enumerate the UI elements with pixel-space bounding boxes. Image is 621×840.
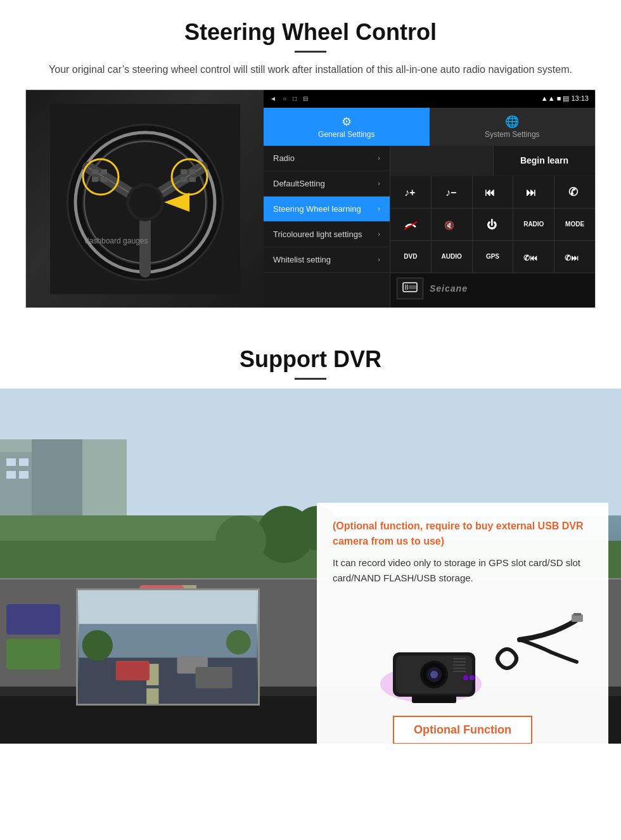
globe-icon: 🌐 (505, 115, 519, 129)
steering-demo: dashboard gauges ◄ ○ □ ⊟ ▲▲ ■ ▤ 13:13 (25, 89, 596, 308)
power-button[interactable]: ⏻ (473, 209, 513, 240)
svg-text:🔇: 🔇 (444, 220, 455, 231)
home-icon: ○ (283, 95, 286, 102)
gps-label: GPS (486, 253, 499, 260)
svg-rect-69 (116, 661, 150, 680)
menu-tricolour-label: Tricoloured light settings (273, 229, 362, 239)
svg-rect-21 (189, 177, 196, 182)
status-left: ◄ ○ □ ⊟ (270, 95, 308, 102)
svg-rect-19 (189, 169, 196, 174)
page-title: Steering Wheel Control (25, 19, 596, 46)
mute-button[interactable]: 🔇 (432, 209, 472, 240)
chevron-icon: › (378, 154, 380, 162)
time-display: ■ ▤ 13:13 (557, 94, 589, 102)
svg-rect-15 (101, 169, 107, 174)
dvr-info-card: (Optional function, require to buy exter… (317, 503, 608, 744)
mode-button[interactable]: MODE (554, 209, 595, 240)
svg-rect-90 (412, 695, 456, 703)
radio-button[interactable]: RADIO (513, 209, 554, 240)
dvr-background: (Optional function, require to buy exter… (0, 389, 621, 744)
android-content: Radio › DefaultSetting › Steering Wheel … (264, 146, 595, 307)
bottom-row: Seicane (390, 273, 595, 304)
chevron-icon: › (378, 255, 380, 263)
svg-rect-17 (101, 177, 107, 182)
tab-system[interactable]: 🌐 System Settings (430, 108, 596, 146)
radio-label: RADIO (523, 221, 544, 228)
svg-point-89 (470, 675, 475, 680)
steering-section: Steering Wheel Control Your original car… (0, 0, 621, 308)
btn-row-top: Begin learn (390, 146, 595, 176)
tab-system-label: System Settings (485, 130, 540, 139)
svg-text:✆⏮: ✆⏮ (523, 254, 537, 262)
audio-button[interactable]: AUDIO (432, 241, 472, 273)
dvr-optional-title: (Optional function, require to buy exter… (333, 519, 592, 549)
menu-whitelist-label: Whitelist setting (273, 255, 331, 264)
menu-default-label: DefaultSetting (273, 179, 325, 188)
dvr-footage-inset (76, 588, 260, 706)
svg-rect-76 (573, 613, 581, 616)
optional-function-button[interactable]: Optional Function (393, 716, 532, 744)
settings-icon: ⚙ (342, 115, 352, 129)
title-divider (295, 51, 326, 53)
svg-rect-71 (196, 667, 233, 688)
prev-button[interactable]: ⏮ (473, 176, 513, 208)
svg-point-88 (463, 675, 468, 680)
hang-up-button[interactable] (390, 209, 431, 240)
svg-text:⏮: ⏮ (485, 187, 495, 198)
svg-rect-43 (19, 458, 29, 466)
menu-item-steering[interactable]: Steering Wheel learning › (264, 197, 390, 222)
svg-rect-68 (146, 688, 158, 703)
vol-down-button[interactable]: ♪− (432, 176, 472, 208)
gps-button[interactable]: GPS (473, 241, 513, 273)
svg-point-82 (430, 671, 438, 678)
svg-point-73 (226, 630, 251, 654)
brand-text: Seicane (430, 283, 468, 294)
dvr-icon-btn[interactable] (397, 278, 423, 299)
audio-label: AUDIO (442, 253, 462, 260)
svg-rect-56 (6, 639, 60, 669)
tel-next-button[interactable]: ✆⏭ (554, 241, 595, 273)
steering-wheel-photo: dashboard gauges (26, 90, 264, 308)
tel-prev-button[interactable]: ✆⏮ (513, 241, 554, 273)
dvr-title-area: Support DVR (0, 327, 621, 380)
next-button[interactable]: ⏭ (513, 176, 554, 208)
svg-text:✆: ✆ (568, 186, 579, 198)
vol-up-button[interactable]: ♪+ (390, 176, 431, 208)
svg-point-58 (215, 515, 266, 566)
chevron-icon: › (378, 205, 380, 212)
svg-text:♪−: ♪− (445, 187, 456, 198)
chevron-icon: › (378, 179, 380, 187)
back-icon: ◄ (270, 95, 276, 102)
menu-item-radio[interactable]: Radio › (264, 146, 390, 171)
tab-general[interactable]: ⚙ General Settings (264, 108, 430, 146)
menu-item-whitelist[interactable]: Whitelist setting › (264, 247, 390, 273)
android-panel: ◄ ○ □ ⊟ ▲▲ ■ ▤ 13:13 ⚙ General Settings … (264, 90, 595, 307)
begin-learn-button[interactable]: Begin learn (494, 146, 595, 176)
svg-text:dashboard gauges: dashboard gauges (85, 236, 148, 245)
dvr-divider (295, 378, 326, 380)
menu-list: Radio › DefaultSetting › Steering Wheel … (264, 146, 390, 307)
menu-item-default[interactable]: DefaultSetting › (264, 171, 390, 197)
status-time: ▲▲ ■ ▤ 13:13 (541, 94, 589, 103)
menu-radio-label: Radio (273, 153, 295, 163)
svg-rect-42 (6, 458, 16, 466)
svg-text:⏻: ⏻ (487, 219, 497, 230)
svg-rect-16 (92, 177, 98, 182)
button-grid-area: Begin learn ♪+ ♪− ⏮ (390, 146, 595, 307)
menu-steering-label: Steering Wheel learning (273, 204, 361, 214)
chevron-icon: › (378, 230, 380, 238)
wifi-icon: ▲▲ (541, 94, 555, 102)
svg-rect-44 (6, 471, 16, 479)
android-tabs[interactable]: ⚙ General Settings 🌐 System Settings (264, 108, 595, 146)
status-bar: ◄ ○ □ ⊟ ▲▲ ■ ▤ 13:13 (264, 90, 595, 108)
menu-item-tricolour[interactable]: Tricoloured light settings › (264, 222, 390, 247)
learn-empty-area (390, 146, 494, 176)
dvd-label: DVD (404, 253, 417, 260)
svg-rect-37 (409, 285, 416, 289)
svg-rect-20 (181, 177, 187, 182)
svg-text:⏭: ⏭ (526, 187, 536, 198)
dvd-button[interactable]: DVD (390, 241, 431, 273)
svg-rect-14 (92, 169, 98, 174)
phone-button[interactable]: ✆ (554, 176, 595, 208)
svg-rect-64 (79, 590, 257, 627)
